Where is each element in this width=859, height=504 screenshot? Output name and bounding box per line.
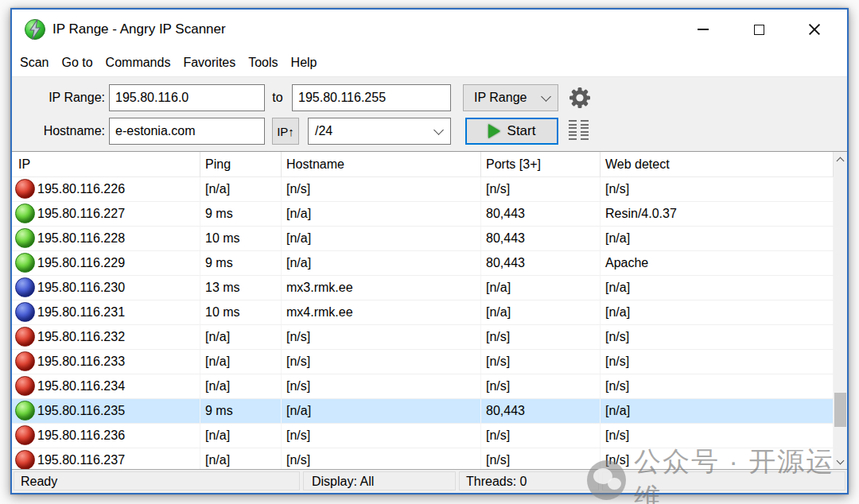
web-detect-cell: [n/s]	[601, 325, 834, 349]
table-row[interactable]: 195.80.116.230 13 ms mx3.rmk.ee [n/a] [n…	[12, 276, 834, 300]
web-detect-cell: [n/s]	[601, 350, 834, 374]
ip-cell: 195.80.116.226	[12, 177, 200, 201]
ip-cell: 195.80.116.231	[12, 300, 200, 324]
column-header-host[interactable]: Hostname	[282, 152, 481, 177]
table-row[interactable]: 195.80.116.234 [n/a] [n/s] [n/s] [n/s]	[12, 374, 834, 399]
chevron-down-icon	[837, 457, 845, 465]
ports-cell: [n/s]	[481, 374, 601, 398]
ip-cell: 195.80.116.233	[12, 350, 200, 374]
menu-item-go-to[interactable]: Go to	[55, 49, 99, 76]
ip-to-input[interactable]	[292, 84, 451, 111]
table-body: 195.80.116.226 [n/a] [n/s] [n/s] [n/s] 1…	[12, 177, 834, 469]
ip-from-input[interactable]	[109, 84, 265, 111]
close-icon	[808, 23, 821, 36]
ping-cell: [n/a]	[200, 177, 282, 201]
netmask-select[interactable]: /24	[308, 118, 451, 145]
hostname-cell: [n/a]	[282, 202, 481, 226]
ip-address: 195.80.116.227	[37, 202, 125, 226]
host-status-ball-icon	[15, 302, 35, 322]
status-ready: Ready	[14, 471, 300, 490]
hostname-label: Hostname:	[12, 118, 105, 145]
menu-item-scan[interactable]: Scan	[14, 49, 55, 76]
vertical-scrollbar[interactable]	[834, 152, 847, 469]
hostname-cell: [n/a]	[282, 227, 481, 250]
scroll-up-button[interactable]	[834, 153, 847, 166]
window-controls	[675, 10, 842, 49]
hostname-cell: [n/a]	[282, 399, 481, 423]
host-status-ball-icon	[15, 253, 35, 273]
feeder-select[interactable]: IP Range	[463, 84, 558, 111]
table-row[interactable]: 195.80.116.227 9 ms [n/a] 80,443 Resin/4…	[12, 202, 834, 227]
web-detect-cell: [n/s]	[601, 424, 834, 448]
host-status-ball-icon	[15, 277, 35, 297]
fetchers-columns-icon[interactable]	[569, 120, 589, 140]
app-logo-icon	[24, 18, 46, 41]
table-row[interactable]: 195.80.116.235 9 ms [n/a] 80,443 [n/a]	[12, 399, 834, 424]
chevron-down-icon	[433, 125, 444, 135]
play-icon	[488, 124, 500, 138]
results-table: IPPingHostnamePorts [3+]Web detect 195.8…	[12, 151, 847, 469]
column-header-ping[interactable]: Ping	[200, 152, 282, 177]
start-button-label: Start	[507, 123, 536, 139]
toolbar: IP Range: to IP Range Hostname: IP↑ /24	[12, 76, 847, 151]
table-row[interactable]: 195.80.116.228 10 ms [n/a] 80,443 [n/a]	[12, 227, 834, 251]
status-bar: Ready Display: All Threads: 0	[12, 469, 847, 493]
column-header-ip[interactable]: IP	[12, 152, 200, 177]
hostname-cell: [n/s]	[282, 374, 481, 398]
hostname-cell: mx3.rmk.ee	[282, 276, 481, 300]
scrollbar-thumb[interactable]	[834, 393, 846, 427]
preferences-gear-icon[interactable]	[569, 87, 591, 109]
ip-cell: 195.80.116.227	[12, 202, 200, 226]
web-detect-cell: Resin/4.0.37	[601, 202, 834, 226]
minimize-button[interactable]	[675, 10, 731, 49]
ports-cell: 80,443	[481, 227, 601, 250]
column-header-ports[interactable]: Ports [3+]	[481, 152, 601, 177]
hostname-cell: [n/s]	[282, 325, 481, 349]
table-row[interactable]: 195.80.116.231 10 ms mx4.rmk.ee [n/a] [n…	[12, 300, 834, 325]
ping-cell: [n/a]	[200, 350, 282, 374]
ip-cell: 195.80.116.235	[12, 399, 200, 423]
menu-item-commands[interactable]: Commands	[99, 49, 177, 76]
ports-cell: 80,443	[481, 251, 601, 275]
ip-cell: 195.80.116.230	[12, 276, 200, 300]
table-row[interactable]: 195.80.116.232 [n/a] [n/s] [n/s] [n/s]	[12, 325, 834, 350]
hostname-cell: mx4.rmk.ee	[282, 300, 481, 324]
menu-item-tools[interactable]: Tools	[242, 49, 284, 76]
ip-cell: 195.80.116.232	[12, 325, 200, 349]
maximize-button[interactable]	[731, 10, 787, 49]
ping-cell: [n/a]	[200, 325, 282, 349]
start-button[interactable]: Start	[465, 118, 558, 145]
table-row[interactable]: 195.80.116.226 [n/a] [n/s] [n/s] [n/s]	[12, 177, 834, 202]
web-detect-cell: [n/s]	[601, 448, 834, 469]
ip-cell: 195.80.116.237	[12, 448, 200, 469]
table-row[interactable]: 195.80.116.236 [n/a] [n/s] [n/s] [n/s]	[12, 424, 834, 448]
hostname-input[interactable]	[109, 118, 265, 145]
host-status-ball-icon	[15, 425, 35, 445]
ip-range-label: IP Range:	[12, 84, 105, 111]
ports-cell: 80,443	[481, 202, 601, 226]
web-detect-cell: [n/s]	[601, 177, 834, 201]
column-header-web[interactable]: Web detect	[601, 152, 834, 177]
ports-cell: [n/s]	[481, 325, 601, 349]
ip-address: 195.80.116.232	[37, 325, 125, 349]
title-bar: IP Range - Angry IP Scanner	[12, 10, 847, 49]
ip-address: 195.80.116.237	[37, 448, 125, 469]
ping-cell: 13 ms	[200, 276, 282, 300]
chevron-up-icon	[837, 157, 845, 165]
ip-up-button[interactable]: IP↑	[272, 118, 299, 145]
table-row[interactable]: 195.80.116.233 [n/a] [n/s] [n/s] [n/s]	[12, 350, 834, 374]
close-button[interactable]	[787, 10, 842, 49]
host-status-ball-icon	[15, 179, 35, 199]
menu-item-favorites[interactable]: Favorites	[177, 49, 242, 76]
web-detect-cell: [n/a]	[601, 227, 834, 250]
ip-address: 195.80.116.236	[37, 424, 125, 448]
table-row[interactable]: 195.80.116.229 9 ms [n/a] 80,443 Apache	[12, 251, 834, 276]
scroll-down-button[interactable]	[834, 456, 847, 469]
table-row[interactable]: 195.80.116.237 [n/a] [n/s] [n/s] [n/s]	[12, 448, 834, 469]
ip-cell: 195.80.116.234	[12, 374, 200, 398]
ip-address: 195.80.116.233	[37, 350, 125, 374]
ports-cell: 80,443	[481, 399, 601, 423]
menu-item-help[interactable]: Help	[285, 49, 324, 76]
ports-cell: [n/s]	[481, 350, 601, 374]
hostname-cell: [n/s]	[282, 177, 481, 201]
